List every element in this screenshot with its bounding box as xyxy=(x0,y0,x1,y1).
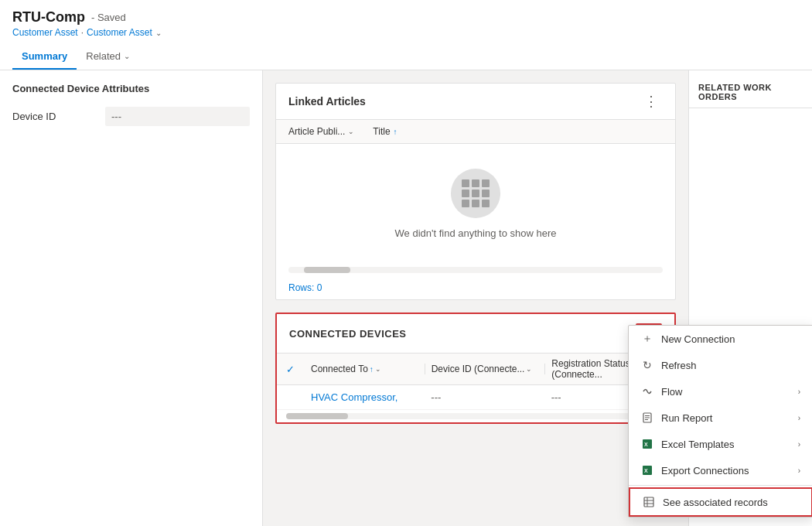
menu-item-refresh[interactable]: ↻ Refresh xyxy=(629,352,812,378)
breadcrumb-sep: · xyxy=(81,27,84,38)
excel-templates-chevron: › xyxy=(798,440,800,449)
center-panel: Linked Articles ⋮ Article Publi... ⌄ Tit… xyxy=(263,70,688,526)
hvac-compressor-link[interactable]: HVAC Compressor, xyxy=(311,391,397,403)
svg-text:X: X xyxy=(644,442,648,447)
breadcrumb-chevron: ⌄ xyxy=(155,29,162,37)
breadcrumb: Customer Asset · Customer Asset ⌄ xyxy=(12,27,800,38)
col-connected-chevron: ⌄ xyxy=(375,365,381,373)
col-device-id[interactable]: Device ID (Connecte... ⌄ xyxy=(425,364,546,374)
grid-cell xyxy=(472,200,479,207)
device-id-value: --- xyxy=(105,107,250,126)
linked-articles-empty-state: We didn't find anything to show here xyxy=(276,144,675,264)
linked-articles-title: Linked Articles xyxy=(288,95,366,108)
linked-articles-more-button[interactable]: ⋮ xyxy=(640,93,663,110)
saved-badge: - Saved xyxy=(91,12,126,23)
breadcrumb-name-link[interactable]: Customer Asset xyxy=(87,27,152,38)
col-article-publi[interactable]: Article Publi... ⌄ xyxy=(288,126,354,137)
device-id-field-row: Device ID --- xyxy=(12,107,250,126)
svg-rect-3 xyxy=(645,419,648,420)
grid-cell xyxy=(462,179,469,187)
checkmark-icon: ✓ xyxy=(286,364,295,375)
refresh-icon: ↻ xyxy=(641,359,653,371)
svg-text:X: X xyxy=(644,468,648,473)
menu-excel-templates-label: Excel Templates xyxy=(661,439,790,450)
empty-icon xyxy=(451,169,500,218)
menu-run-report-label: Run Report xyxy=(661,412,790,424)
menu-refresh-label: Refresh xyxy=(661,360,800,371)
excel-icon: X xyxy=(641,438,653,450)
connected-devices-card: CONNECTED DEVICES ⋮ ✓ Connected To ↑ ⌄ D… xyxy=(275,313,676,424)
tab-related[interactable]: Related ⌄ xyxy=(77,44,139,70)
sort-asc-icon: ↑ xyxy=(370,365,374,374)
breadcrumb-type-link[interactable]: Customer Asset xyxy=(12,27,78,38)
menu-item-see-associated[interactable]: See associated records xyxy=(629,487,812,517)
menu-flow-label: Flow xyxy=(661,386,790,398)
col-device-id-label: Device ID (Connecte... xyxy=(432,364,525,374)
col-connected-to-label: Connected To xyxy=(311,364,368,374)
menu-new-connection-label: New Connection xyxy=(661,333,800,345)
scroll-thumb xyxy=(304,267,350,273)
col-article-publi-chevron: ⌄ xyxy=(348,128,354,135)
connected-devices-title: CONNECTED DEVICES xyxy=(289,328,407,340)
grid-cell xyxy=(472,190,479,197)
devices-scrollbar[interactable] xyxy=(286,413,665,419)
flow-chevron: › xyxy=(798,388,800,396)
export-connections-chevron: › xyxy=(798,466,800,475)
col-title-sort: ↑ xyxy=(394,128,397,136)
devices-scroll-thumb xyxy=(286,413,348,419)
col-article-publi-label: Article Publi... xyxy=(288,126,345,137)
col-device-id-chevron: ⌄ xyxy=(526,365,532,373)
grid-cell xyxy=(462,200,469,207)
empty-text: We didn't find anything to show here xyxy=(395,227,557,239)
linked-articles-header: Linked Articles ⋮ xyxy=(276,84,675,120)
menu-see-associated-label: See associated records xyxy=(663,497,799,508)
linked-articles-card: Linked Articles ⋮ Article Publi... ⌄ Tit… xyxy=(275,83,676,300)
menu-item-excel-templates[interactable]: X Excel Templates › xyxy=(629,431,812,457)
table-icon xyxy=(643,496,655,508)
col-title-label: Title xyxy=(373,126,390,137)
menu-export-connections-label: Export Connections xyxy=(661,465,790,476)
rows-count: Rows: 0 xyxy=(276,276,675,299)
grid-cell xyxy=(482,179,490,187)
linked-articles-columns: Article Publi... ⌄ Title ↑ xyxy=(276,120,675,144)
col-connected-to[interactable]: Connected To ↑ ⌄ xyxy=(305,364,425,374)
header-top: RTU-Comp - Saved xyxy=(12,9,800,26)
tab-related-label: Related xyxy=(86,50,121,62)
connected-devices-header: CONNECTED DEVICES ⋮ xyxy=(277,314,674,354)
tab-summary-label: Summary xyxy=(22,50,67,62)
linked-articles-scrollbar[interactable] xyxy=(288,267,663,273)
plus-icon: ＋ xyxy=(641,333,653,345)
grid-icon xyxy=(462,179,490,207)
devices-table-header: ✓ Connected To ↑ ⌄ Device ID (Connecte..… xyxy=(277,354,674,385)
record-title: RTU-Comp xyxy=(12,9,85,26)
context-menu: ＋ New Connection ↻ Refresh Flow › Run Re… xyxy=(628,325,812,517)
menu-item-new-connection[interactable]: ＋ New Connection xyxy=(629,326,812,352)
menu-divider xyxy=(629,485,812,486)
left-panel: Connected Device Attributes Device ID --… xyxy=(0,70,263,526)
svg-rect-2 xyxy=(645,418,650,418)
grid-cell xyxy=(482,200,490,207)
grid-cell xyxy=(482,190,490,197)
tab-summary[interactable]: Summary xyxy=(12,44,77,70)
left-panel-title: Connected Device Attributes xyxy=(12,83,250,94)
run-report-chevron: › xyxy=(798,414,800,422)
report-icon xyxy=(641,412,653,424)
table-row: HVAC Compressor, --- --- xyxy=(277,385,674,410)
row-device-id: --- xyxy=(425,391,544,403)
menu-item-run-report[interactable]: Run Report › xyxy=(629,405,812,431)
nav-tabs: Summary Related ⌄ xyxy=(12,44,800,70)
page-header: RTU-Comp - Saved Customer Asset · Custom… xyxy=(0,0,812,70)
svg-rect-1 xyxy=(645,415,650,416)
check-col: ✓ xyxy=(286,364,305,375)
row-connected-to: HVAC Compressor, xyxy=(305,391,425,403)
svg-rect-8 xyxy=(644,497,653,507)
tab-related-chevron: ⌄ xyxy=(124,52,130,60)
grid-cell xyxy=(472,179,479,187)
grid-cell xyxy=(462,190,469,197)
menu-item-flow[interactable]: Flow › xyxy=(629,378,812,405)
col-title[interactable]: Title ↑ xyxy=(373,126,397,137)
export-icon: X xyxy=(641,464,653,476)
device-id-label: Device ID xyxy=(12,111,105,122)
right-panel-title: RELATED WORK ORDERS xyxy=(689,80,812,108)
menu-item-export-connections[interactable]: X Export Connections › xyxy=(629,457,812,483)
